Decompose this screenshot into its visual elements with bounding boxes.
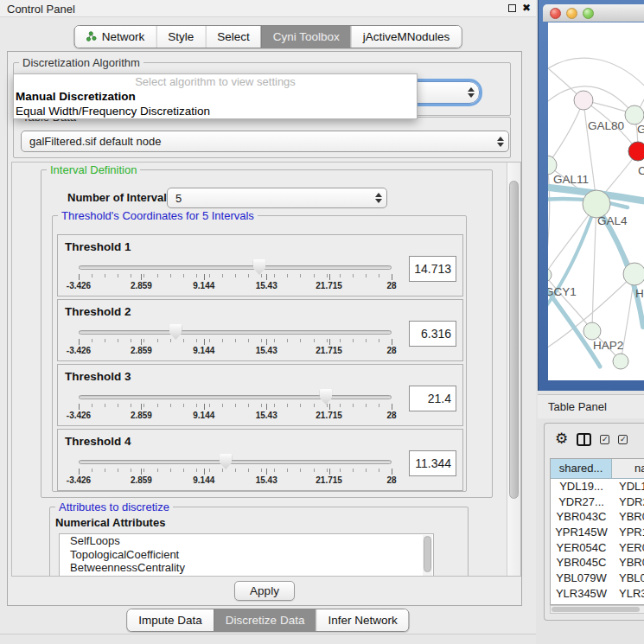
node-gcy1[interactable] xyxy=(548,268,552,282)
tab-jactivemnodules[interactable]: jActiveMNodules xyxy=(351,26,462,48)
interval-definition-title: Interval Definition xyxy=(47,163,140,176)
algorithm-group-title: Discretization Algorithm xyxy=(19,56,143,69)
columns-icon[interactable] xyxy=(577,433,591,446)
threshold-4-value[interactable]: 11.344 xyxy=(409,450,456,476)
tab-infer-network-label: Infer Network xyxy=(328,609,397,631)
tab-discretize-data[interactable]: Discretize Data xyxy=(214,609,316,631)
list-item[interactable]: TopologicalCoefficient xyxy=(60,548,433,562)
threshold-4-panel: Threshold 4 -3.4262.8599.14415.4321.7152… xyxy=(57,429,463,491)
tab-cyni-toolbox[interactable]: Cyni Toolbox xyxy=(261,26,351,48)
tab-style-label: Style xyxy=(168,26,194,48)
checkbox-icon[interactable]: ✓ xyxy=(618,435,628,444)
tab-infer-network[interactable]: Infer Network xyxy=(316,609,408,631)
threshold-2-label: Threshold 2 xyxy=(65,305,131,318)
apply-button[interactable]: Apply xyxy=(234,581,295,601)
table-row[interactable]: YER054CYER0 xyxy=(551,540,644,556)
algorithm-dropdown: Select algorithm to view settings Manual… xyxy=(13,73,418,119)
network-window: GAL80 GA C GAL11 GAL4 GCY1 H HAP2 xyxy=(538,0,644,391)
slider-track[interactable] xyxy=(79,330,392,335)
node-partial[interactable] xyxy=(613,354,628,369)
scrollbar-thumb[interactable] xyxy=(552,607,640,612)
threshold-2-value[interactable]: 6.316 xyxy=(409,321,456,347)
table-row[interactable]: YLR345WYLR3 xyxy=(551,586,644,602)
tab-discretize-data-label: Discretize Data xyxy=(226,609,305,631)
svg-text:GAL4: GAL4 xyxy=(597,214,628,227)
close-button[interactable] xyxy=(550,8,561,19)
network-icon xyxy=(86,31,98,42)
main-tab-bar: Network Style Select Cyni Toolbox jActiv… xyxy=(74,25,462,48)
table-row[interactable]: YDR27...YDR2 xyxy=(551,494,644,510)
slider-thumb[interactable] xyxy=(252,259,265,275)
table-row[interactable]: YBR043CYBR0 xyxy=(551,509,644,525)
settings-scrollbar[interactable] xyxy=(507,163,520,576)
slider-thumb[interactable] xyxy=(220,454,233,469)
node-gal80[interactable] xyxy=(574,91,593,110)
gear-icon[interactable]: ⚙ xyxy=(555,430,568,448)
node-gal11[interactable] xyxy=(548,156,557,175)
table-row[interactable]: YPR145WYPR1 xyxy=(551,525,644,540)
slider-thumb[interactable] xyxy=(319,389,332,405)
table-data-combo[interactable]: galFiltered.sif default node xyxy=(21,131,509,152)
node-highlighted[interactable] xyxy=(628,142,644,161)
column-header-shared-name[interactable]: shared... xyxy=(551,459,612,478)
dropdown-option-equal-width[interactable]: Equal Width/Frequency Discretization xyxy=(14,104,417,118)
threshold-1-value[interactable]: 14.713 xyxy=(409,256,456,282)
threshold-4-slider[interactable]: -3.4262.8599.14415.4321.71528 xyxy=(79,454,392,487)
tab-jactivemnodules-label: jActiveMNodules xyxy=(363,26,450,48)
zoom-button[interactable] xyxy=(583,8,594,19)
slider-track[interactable] xyxy=(79,265,392,270)
slider-tick-labels: -3.4262.8599.14415.4321.71528 xyxy=(79,281,392,291)
network-canvas[interactable]: GAL80 GA C GAL11 GAL4 GCY1 H HAP2 xyxy=(548,22,644,380)
tab-cyni-toolbox-label: Cyni Toolbox xyxy=(273,26,340,48)
dropdown-hint: Select algorithm to view settings xyxy=(14,74,417,89)
tab-style[interactable]: Style xyxy=(156,26,205,48)
list-item[interactable]: SelfLoops xyxy=(60,534,433,548)
node-hap2[interactable] xyxy=(583,322,601,340)
close-panel-icon[interactable]: ✖ xyxy=(522,3,531,13)
threshold-2-panel: Threshold 2 -3.4262.8599.14415.4321.7152… xyxy=(57,299,463,361)
network-window-titlebar[interactable] xyxy=(543,4,644,22)
slider-track[interactable] xyxy=(79,460,392,464)
float-window-icon[interactable] xyxy=(508,4,516,12)
tab-impute-data[interactable]: Impute Data xyxy=(127,609,214,631)
cyni-toolbox-panel: Discretization Algorithm Select algorith… xyxy=(7,51,522,606)
slider-track[interactable] xyxy=(79,395,392,399)
minimize-button[interactable] xyxy=(566,8,577,19)
tab-network[interactable]: Network xyxy=(75,26,156,48)
threshold-4-label: Threshold 4 xyxy=(65,435,131,448)
attributes-group-title: Attributes to discretize xyxy=(55,501,173,513)
threshold-3-slider[interactable]: -3.4262.8599.14415.4321.71528 xyxy=(79,389,392,422)
table-row[interactable]: YDL19...YDL1 xyxy=(551,479,644,494)
threshold-1-panel: Threshold 1 -3.4262.8599.14415.4321.7152… xyxy=(57,234,463,296)
node-ga[interactable] xyxy=(625,105,644,124)
table-row[interactable]: YBR045CYBR0 xyxy=(551,555,644,571)
column-header-name[interactable]: name xyxy=(612,459,644,478)
svg-text:GCY1: GCY1 xyxy=(548,285,577,298)
spinner-arrows-icon xyxy=(371,193,386,203)
node-h[interactable] xyxy=(623,263,644,285)
tab-select[interactable]: Select xyxy=(205,26,261,48)
scrollbar-thumb[interactable] xyxy=(509,181,519,499)
threshold-1-slider[interactable]: -3.4262.8599.14415.4321.71528 xyxy=(79,259,392,292)
num-intervals-combo[interactable]: 5 xyxy=(167,188,387,208)
table-horizontal-scrollbar[interactable] xyxy=(550,605,644,614)
table-data-group: Table Data galFiltered.sif default node xyxy=(13,117,511,158)
thresholds-group: Threshold's Coordinates for 5 Intervals … xyxy=(52,215,467,492)
threshold-3-value[interactable]: 21.4 xyxy=(409,386,456,411)
list-scrollbar[interactable] xyxy=(423,535,432,577)
list-item[interactable]: BetweennessCentrality xyxy=(60,561,433,575)
checkbox-icon[interactable]: ✓ xyxy=(600,435,609,444)
slider-tick-labels: -3.4262.8599.14415.4321.71528 xyxy=(79,346,392,356)
svg-text:GAL11: GAL11 xyxy=(553,173,589,186)
table-data-combo-value: galFiltered.sif default node xyxy=(22,135,493,148)
table-row[interactable]: YBL079WYBL0 xyxy=(551,571,644,586)
attributes-group: Attributes to discretize Numerical Attri… xyxy=(49,507,469,577)
dropdown-option-manual[interactable]: Manual Discretization xyxy=(14,89,417,104)
table-header-row: shared... name xyxy=(551,459,644,479)
num-intervals-value: 5 xyxy=(168,192,371,205)
numerical-attributes-label: Numerical Attributes xyxy=(55,516,165,529)
spinner-arrows-icon xyxy=(493,137,508,147)
num-intervals-label: Number of Intervals xyxy=(67,191,173,204)
slider-thumb[interactable] xyxy=(169,324,182,340)
threshold-2-slider[interactable]: -3.4262.8599.14415.4321.71528 xyxy=(79,324,392,357)
